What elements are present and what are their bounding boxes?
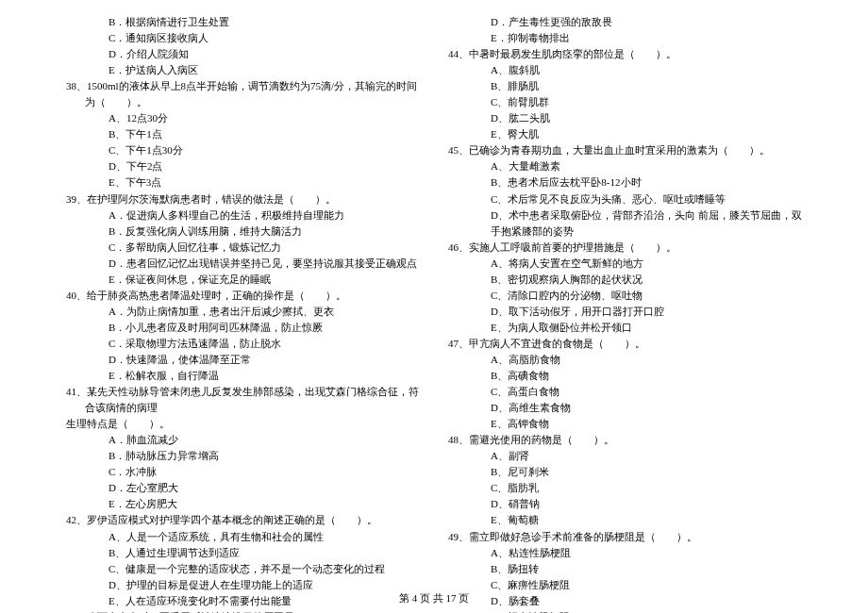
option: B、尼可刹米: [448, 464, 802, 480]
left-column: B．根据病情进行卫生处置 C．通知病区接收病人 D．介绍人院须知 E．护送病人入…: [66, 14, 420, 575]
question-47: 47、甲亢病人不宜进食的食物是（ ）。: [448, 336, 802, 352]
right-column: D．产生毒性更强的敌敌畏 E．抑制毒物排出 44、中暑时最易发生肌肉痉挛的部位是…: [448, 14, 802, 575]
option: A．肺血流减少: [66, 432, 420, 448]
question-38: 38、1500ml的液体从早上8点半开始输，调节滴数约为75滴/分，其输完的时间…: [66, 78, 420, 110]
option: A、大量雌激素: [448, 158, 802, 174]
option: A．促进病人多料理自己的生活，积极维持自理能力: [66, 207, 420, 224]
option: A、高脂肪食物: [448, 352, 802, 368]
option: A、人是一个适应系统，具有生物和社会的属性: [66, 529, 420, 545]
question-41-cont: 生理特点是（ ）。: [66, 416, 420, 432]
option: C、脂肪乳: [448, 480, 802, 496]
option: D．介绍人院须知: [66, 46, 420, 62]
option: B．反复强化病人训练用脑，维持大脑活力: [66, 224, 420, 240]
question-48: 48、需避光使用的药物是（ ）。: [448, 432, 802, 448]
option: E．抑制毒物排出: [448, 30, 802, 46]
option: C．水冲脉: [66, 464, 420, 480]
option: B．肺动脉压力异常增高: [66, 448, 420, 464]
option: D、术中患者采取俯卧位，背部齐沿治，头向 前屈，膝关节屈曲，双手抱紧膝部的姿势: [448, 207, 802, 240]
content-columns: B．根据病情进行卫生处置 C．通知病区接收病人 D．介绍人院须知 E．护送病人入…: [66, 14, 802, 575]
option: D、高维生素食物: [448, 400, 802, 416]
option: B、患者术后应去枕平卧8-12小时: [448, 174, 802, 191]
option: B、人通过生理调节达到适应: [66, 545, 420, 561]
option: C、下午1点30分: [66, 142, 420, 158]
question-39: 39、在护理阿尔茨海默病患者时，错误的做法是（ ）。: [66, 191, 420, 207]
option: D、下午2点: [66, 158, 420, 174]
option: C、清除口腔内的分泌物、呕吐物: [448, 288, 802, 304]
option: A、12点30分: [66, 110, 420, 126]
option: C、健康是一个完整的适应状态，并不是一个动态变化的过程: [66, 561, 420, 577]
option: D、取下活动假牙，用开口器打开口腔: [448, 304, 802, 320]
option: C．通知病区接收病人: [66, 30, 420, 46]
question-40: 40、给于肺炎高热患者降温处理时，正确的操作是（ ）。: [66, 288, 420, 304]
option: B、腓肠肌: [448, 78, 802, 94]
option: C．多帮助病人回忆往事，锻炼记忆力: [66, 240, 420, 256]
option: E、下午3点: [66, 174, 420, 191]
option: B．小儿患者应及时用阿司匹林降温，防止惊厥: [66, 320, 420, 336]
option: B、高碘食物: [448, 368, 802, 384]
option: E．护送病人入病区: [66, 62, 420, 78]
option: A．为防止病情加重，患者出汗后减少擦拭、更衣: [66, 304, 420, 320]
option: C、术后常见不良反应为头痛、恶心、呕吐或嗜睡等: [448, 191, 802, 207]
question-45: 45、已确诊为青春期功血，大量出血止血时宜采用的激素为（ ）。: [448, 142, 802, 158]
option: E、高钾食物: [448, 416, 802, 432]
option: E、臀大肌: [448, 126, 802, 142]
option: B．根据病情进行卫生处置: [66, 14, 420, 30]
option: A、副肾: [448, 448, 802, 464]
option: B、密切观察病人胸部的起伏状况: [448, 272, 802, 288]
option: C、前臂肌群: [448, 94, 802, 110]
option: C．采取物理方法迅速降温，防止脱水: [66, 336, 420, 352]
option: E、为病人取侧卧位并松开领口: [448, 320, 802, 336]
question-44: 44、中暑时最易发生肌肉痉挛的部位是（ ）。: [448, 46, 802, 62]
option: E、葡萄糖: [448, 512, 802, 528]
option: E．保证夜间休息，保证充足的睡眠: [66, 272, 420, 288]
option: E、蛔虫性肠梗阻: [448, 609, 802, 613]
question-46: 46、实施人工呼吸前首要的护理措施是（ ）。: [448, 240, 802, 256]
question-42: 42、罗伊适应模式对护理学四个基本概念的阐述正确的是（ ）。: [66, 512, 420, 528]
option: D．患者回忆记忆出现错误并坚持己见，要坚持说服其接受正确观点: [66, 256, 420, 272]
option: D．左心室肥大: [66, 480, 420, 496]
page-footer: 第 4 页 共 17 页: [0, 591, 868, 605]
option: D．快速降温，使体温降至正常: [66, 352, 420, 368]
option: B、肠扭转: [448, 561, 802, 577]
question-49: 49、需立即做好急诊手术前准备的肠梗阻是（ ）。: [448, 529, 802, 545]
option: D．产生毒性更强的敌敌畏: [448, 14, 802, 30]
question-43: 43、敌百虫中毒时，不采用碱性溶液洗胃的原因是（ ）。: [66, 609, 420, 613]
option: E．松解衣服，自行降温: [66, 368, 420, 384]
option: A、粘连性肠梗阻: [448, 545, 802, 561]
question-41: 41、某先天性动脉导管未闭患儿反复发生肺部感染，出现艾森门格综合征，符合该病情的…: [66, 384, 420, 416]
option: A、腹斜肌: [448, 62, 802, 78]
option: D、肱二头肌: [448, 110, 802, 126]
option: A、将病人安置在空气新鲜的地方: [448, 256, 802, 272]
option: E．左心房肥大: [66, 496, 420, 512]
option: C、高蛋白食物: [448, 384, 802, 400]
option: D、硝普钠: [448, 496, 802, 512]
option: B、下午1点: [66, 126, 420, 142]
